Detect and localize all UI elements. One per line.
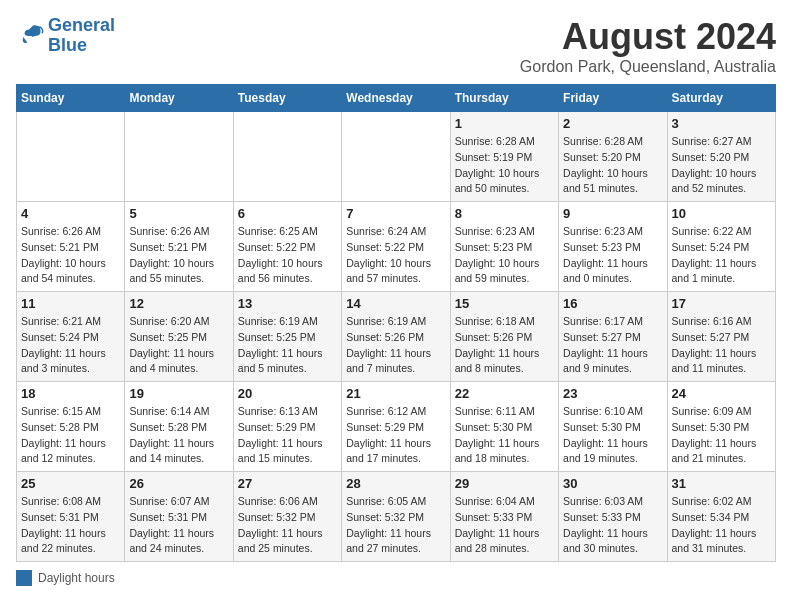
day-number: 31: [672, 476, 771, 491]
calendar-cell: 14Sunrise: 6:19 AM Sunset: 5:26 PM Dayli…: [342, 292, 450, 382]
day-info: Sunrise: 6:23 AM Sunset: 5:23 PM Dayligh…: [563, 224, 662, 287]
calendar-cell: 29Sunrise: 6:04 AM Sunset: 5:33 PM Dayli…: [450, 472, 558, 562]
day-info: Sunrise: 6:08 AM Sunset: 5:31 PM Dayligh…: [21, 494, 120, 557]
day-number: 10: [672, 206, 771, 221]
day-info: Sunrise: 6:28 AM Sunset: 5:20 PM Dayligh…: [563, 134, 662, 197]
day-number: 13: [238, 296, 337, 311]
day-info: Sunrise: 6:18 AM Sunset: 5:26 PM Dayligh…: [455, 314, 554, 377]
calendar-cell: 30Sunrise: 6:03 AM Sunset: 5:33 PM Dayli…: [559, 472, 667, 562]
calendar-cell: 12Sunrise: 6:20 AM Sunset: 5:25 PM Dayli…: [125, 292, 233, 382]
day-number: 9: [563, 206, 662, 221]
col-header-thursday: Thursday: [450, 85, 558, 112]
day-info: Sunrise: 6:28 AM Sunset: 5:19 PM Dayligh…: [455, 134, 554, 197]
col-header-sunday: Sunday: [17, 85, 125, 112]
day-number: 18: [21, 386, 120, 401]
calendar-cell: 15Sunrise: 6:18 AM Sunset: 5:26 PM Dayli…: [450, 292, 558, 382]
day-info: Sunrise: 6:03 AM Sunset: 5:33 PM Dayligh…: [563, 494, 662, 557]
day-number: 4: [21, 206, 120, 221]
day-number: 2: [563, 116, 662, 131]
day-info: Sunrise: 6:06 AM Sunset: 5:32 PM Dayligh…: [238, 494, 337, 557]
legend-label: Daylight hours: [38, 571, 115, 585]
calendar-cell: 20Sunrise: 6:13 AM Sunset: 5:29 PM Dayli…: [233, 382, 341, 472]
day-number: 21: [346, 386, 445, 401]
calendar-cell: 7Sunrise: 6:24 AM Sunset: 5:22 PM Daylig…: [342, 202, 450, 292]
calendar-cell: 19Sunrise: 6:14 AM Sunset: 5:28 PM Dayli…: [125, 382, 233, 472]
legend: Daylight hours: [16, 570, 776, 586]
logo: General Blue: [16, 16, 115, 56]
day-info: Sunrise: 6:26 AM Sunset: 5:21 PM Dayligh…: [129, 224, 228, 287]
day-number: 20: [238, 386, 337, 401]
calendar-cell: 22Sunrise: 6:11 AM Sunset: 5:30 PM Dayli…: [450, 382, 558, 472]
calendar-cell: 8Sunrise: 6:23 AM Sunset: 5:23 PM Daylig…: [450, 202, 558, 292]
day-info: Sunrise: 6:10 AM Sunset: 5:30 PM Dayligh…: [563, 404, 662, 467]
day-number: 23: [563, 386, 662, 401]
calendar-cell: 11Sunrise: 6:21 AM Sunset: 5:24 PM Dayli…: [17, 292, 125, 382]
day-number: 5: [129, 206, 228, 221]
calendar-cell: 2Sunrise: 6:28 AM Sunset: 5:20 PM Daylig…: [559, 112, 667, 202]
day-number: 8: [455, 206, 554, 221]
calendar-cell: 18Sunrise: 6:15 AM Sunset: 5:28 PM Dayli…: [17, 382, 125, 472]
title-block: August 2024 Gordon Park, Queensland, Aus…: [520, 16, 776, 76]
day-info: Sunrise: 6:19 AM Sunset: 5:26 PM Dayligh…: [346, 314, 445, 377]
day-number: 17: [672, 296, 771, 311]
calendar-cell: 28Sunrise: 6:05 AM Sunset: 5:32 PM Dayli…: [342, 472, 450, 562]
day-info: Sunrise: 6:23 AM Sunset: 5:23 PM Dayligh…: [455, 224, 554, 287]
calendar-cell: [233, 112, 341, 202]
calendar-cell: 26Sunrise: 6:07 AM Sunset: 5:31 PM Dayli…: [125, 472, 233, 562]
day-number: 25: [21, 476, 120, 491]
day-number: 16: [563, 296, 662, 311]
day-number: 3: [672, 116, 771, 131]
day-number: 7: [346, 206, 445, 221]
day-info: Sunrise: 6:24 AM Sunset: 5:22 PM Dayligh…: [346, 224, 445, 287]
day-number: 28: [346, 476, 445, 491]
day-number: 22: [455, 386, 554, 401]
calendar-cell: 1Sunrise: 6:28 AM Sunset: 5:19 PM Daylig…: [450, 112, 558, 202]
day-number: 26: [129, 476, 228, 491]
day-info: Sunrise: 6:16 AM Sunset: 5:27 PM Dayligh…: [672, 314, 771, 377]
calendar-cell: 21Sunrise: 6:12 AM Sunset: 5:29 PM Dayli…: [342, 382, 450, 472]
day-number: 24: [672, 386, 771, 401]
day-number: 29: [455, 476, 554, 491]
day-info: Sunrise: 6:22 AM Sunset: 5:24 PM Dayligh…: [672, 224, 771, 287]
day-info: Sunrise: 6:04 AM Sunset: 5:33 PM Dayligh…: [455, 494, 554, 557]
day-number: 1: [455, 116, 554, 131]
day-number: 14: [346, 296, 445, 311]
calendar-cell: 6Sunrise: 6:25 AM Sunset: 5:22 PM Daylig…: [233, 202, 341, 292]
day-info: Sunrise: 6:05 AM Sunset: 5:32 PM Dayligh…: [346, 494, 445, 557]
day-number: 6: [238, 206, 337, 221]
calendar-cell: 9Sunrise: 6:23 AM Sunset: 5:23 PM Daylig…: [559, 202, 667, 292]
calendar-cell: 25Sunrise: 6:08 AM Sunset: 5:31 PM Dayli…: [17, 472, 125, 562]
col-header-tuesday: Tuesday: [233, 85, 341, 112]
day-info: Sunrise: 6:02 AM Sunset: 5:34 PM Dayligh…: [672, 494, 771, 557]
day-number: 12: [129, 296, 228, 311]
day-info: Sunrise: 6:25 AM Sunset: 5:22 PM Dayligh…: [238, 224, 337, 287]
day-number: 30: [563, 476, 662, 491]
logo-icon: [16, 22, 44, 50]
calendar-table: SundayMondayTuesdayWednesdayThursdayFrid…: [16, 84, 776, 562]
calendar-cell: 23Sunrise: 6:10 AM Sunset: 5:30 PM Dayli…: [559, 382, 667, 472]
calendar-cell: 3Sunrise: 6:27 AM Sunset: 5:20 PM Daylig…: [667, 112, 775, 202]
day-info: Sunrise: 6:19 AM Sunset: 5:25 PM Dayligh…: [238, 314, 337, 377]
day-info: Sunrise: 6:15 AM Sunset: 5:28 PM Dayligh…: [21, 404, 120, 467]
calendar-cell: 13Sunrise: 6:19 AM Sunset: 5:25 PM Dayli…: [233, 292, 341, 382]
calendar-cell: 4Sunrise: 6:26 AM Sunset: 5:21 PM Daylig…: [17, 202, 125, 292]
day-info: Sunrise: 6:13 AM Sunset: 5:29 PM Dayligh…: [238, 404, 337, 467]
col-header-wednesday: Wednesday: [342, 85, 450, 112]
calendar-cell: 24Sunrise: 6:09 AM Sunset: 5:30 PM Dayli…: [667, 382, 775, 472]
legend-color-box: [16, 570, 32, 586]
calendar-cell: [125, 112, 233, 202]
col-header-saturday: Saturday: [667, 85, 775, 112]
day-info: Sunrise: 6:21 AM Sunset: 5:24 PM Dayligh…: [21, 314, 120, 377]
day-info: Sunrise: 6:17 AM Sunset: 5:27 PM Dayligh…: [563, 314, 662, 377]
sub-title: Gordon Park, Queensland, Australia: [520, 58, 776, 76]
col-header-monday: Monday: [125, 85, 233, 112]
day-info: Sunrise: 6:07 AM Sunset: 5:31 PM Dayligh…: [129, 494, 228, 557]
day-number: 19: [129, 386, 228, 401]
calendar-cell: 27Sunrise: 6:06 AM Sunset: 5:32 PM Dayli…: [233, 472, 341, 562]
calendar-cell: 17Sunrise: 6:16 AM Sunset: 5:27 PM Dayli…: [667, 292, 775, 382]
day-info: Sunrise: 6:20 AM Sunset: 5:25 PM Dayligh…: [129, 314, 228, 377]
day-info: Sunrise: 6:27 AM Sunset: 5:20 PM Dayligh…: [672, 134, 771, 197]
calendar-cell: 5Sunrise: 6:26 AM Sunset: 5:21 PM Daylig…: [125, 202, 233, 292]
day-number: 15: [455, 296, 554, 311]
calendar-cell: 16Sunrise: 6:17 AM Sunset: 5:27 PM Dayli…: [559, 292, 667, 382]
